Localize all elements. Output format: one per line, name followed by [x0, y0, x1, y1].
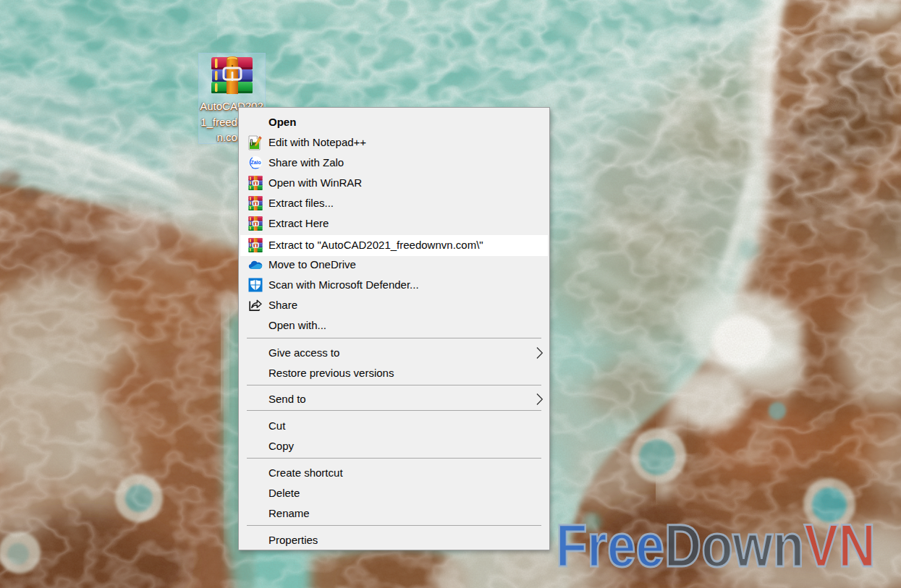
svg-text:Zalo: Zalo: [251, 160, 261, 165]
